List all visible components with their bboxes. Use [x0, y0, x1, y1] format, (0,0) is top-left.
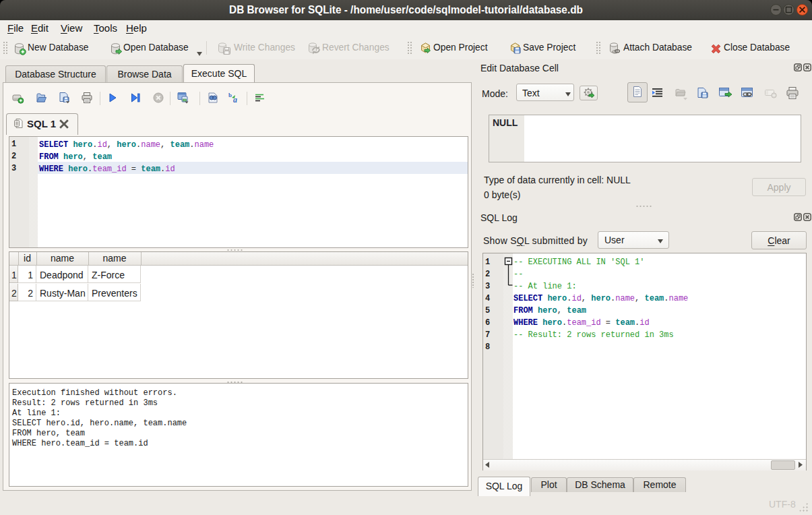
svg-text:b: b	[228, 92, 232, 98]
svg-text:a: a	[233, 95, 237, 104]
